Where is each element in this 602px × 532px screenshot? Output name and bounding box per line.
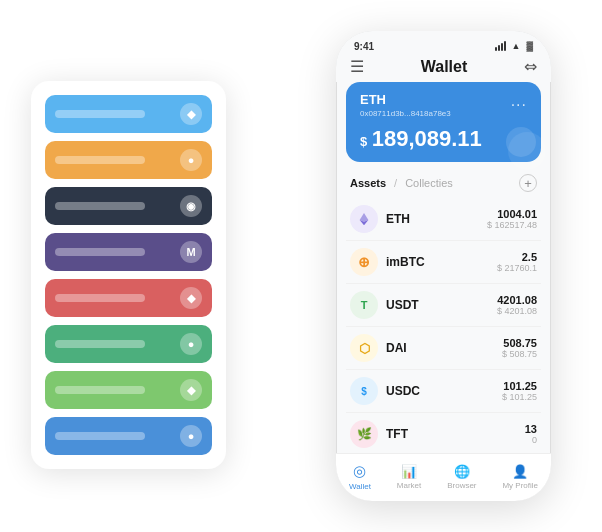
list-item[interactable]: ◆ (45, 371, 212, 409)
eth-icon (350, 205, 378, 233)
imbtc-usd: $ 21760.1 (497, 263, 537, 273)
card-label-bar (55, 432, 145, 440)
profile-nav-label: My Profile (502, 481, 538, 490)
scan-icon[interactable]: ⇔ (524, 57, 537, 76)
card-icon: ● (180, 333, 202, 355)
bottom-nav: ◎ Wallet 📊 Market 🌐 Browser 👤 My Profile (336, 453, 551, 501)
card-icon: M (180, 241, 202, 263)
status-icons: ▲ ▓ (495, 41, 533, 51)
list-item[interactable]: ● (45, 325, 212, 363)
asset-name-eth: ETH (386, 212, 487, 226)
asset-amounts-tft: 13 0 (525, 423, 537, 445)
tab-collecties[interactable]: Collecties (405, 177, 453, 189)
battery-icon: ▓ (526, 41, 533, 51)
hamburger-icon[interactable]: ☰ (350, 57, 364, 76)
list-item[interactable]: M (45, 233, 212, 271)
asset-name-imbtc: imBTC (386, 255, 497, 269)
card-stack: ◆ ● ◉ M ◆ ● ◆ ● (31, 81, 226, 469)
time-label: 9:41 (354, 41, 374, 52)
asset-item-usdt[interactable]: T USDT 4201.08 $ 4201.08 (346, 284, 541, 327)
asset-amounts-usdc: 101.25 $ 101.25 (502, 380, 537, 402)
balance-symbol: $ (360, 134, 367, 149)
status-bar: 9:41 ▲ ▓ (336, 31, 551, 53)
asset-name-dai: DAI (386, 341, 502, 355)
eth-address: 0x08711d3b...8418a78e3 (360, 109, 451, 118)
signal-icon (495, 41, 506, 51)
list-item[interactable]: ● (45, 141, 212, 179)
profile-nav-icon: 👤 (512, 464, 528, 479)
asset-name-tft: TFT (386, 427, 525, 441)
card-icon: ◆ (180, 287, 202, 309)
imbtc-amount: 2.5 (497, 251, 537, 263)
eth-usd: $ 162517.48 (487, 220, 537, 230)
card-label-bar (55, 294, 145, 302)
card-decoration-2 (508, 132, 546, 170)
nav-market[interactable]: 📊 Market (397, 464, 421, 490)
asset-item-tft[interactable]: 🌿 TFT 13 0 (346, 413, 541, 453)
usdc-amount: 101.25 (502, 380, 537, 392)
eth-amount: 1004.01 (487, 208, 537, 220)
card-label-bar (55, 248, 145, 256)
dai-amount: 508.75 (502, 337, 537, 349)
asset-amounts-imbtc: 2.5 $ 21760.1 (497, 251, 537, 273)
page-title: Wallet (421, 58, 468, 76)
asset-amounts-eth: 1004.01 $ 162517.48 (487, 208, 537, 230)
phone-frame: 9:41 ▲ ▓ ☰ Wallet ⇔ (336, 31, 551, 501)
eth-balance: $ 189,089.11 (360, 126, 527, 152)
market-nav-icon: 📊 (401, 464, 417, 479)
usdc-usd: $ 101.25 (502, 392, 537, 402)
card-label-bar (55, 202, 145, 210)
tft-usd: 0 (525, 435, 537, 445)
add-asset-button[interactable]: + (519, 174, 537, 192)
asset-item-imbtc[interactable]: ⊕ imBTC 2.5 $ 21760.1 (346, 241, 541, 284)
nav-wallet[interactable]: ◎ Wallet (349, 462, 371, 491)
wifi-icon: ▲ (512, 41, 521, 51)
dai-usd: $ 508.75 (502, 349, 537, 359)
nav-profile[interactable]: 👤 My Profile (502, 464, 538, 490)
card-icon: ● (180, 425, 202, 447)
wallet-nav-label: Wallet (349, 482, 371, 491)
asset-list: ETH 1004.01 $ 162517.48 ⊕ imBTC 2.5 $ 21… (336, 198, 551, 453)
assets-header: Assets / Collecties + (336, 170, 551, 198)
wallet-nav-icon: ◎ (353, 462, 366, 480)
asset-amounts-usdt: 4201.08 $ 4201.08 (497, 294, 537, 316)
phone-header: ☰ Wallet ⇔ (336, 53, 551, 82)
imbtc-icon: ⊕ (350, 248, 378, 276)
tab-assets[interactable]: Assets (350, 177, 386, 189)
usdc-icon: $ (350, 377, 378, 405)
list-item[interactable]: ◉ (45, 187, 212, 225)
svg-marker-0 (360, 213, 369, 222)
list-item[interactable]: ◆ (45, 279, 212, 317)
asset-name-usdt: USDT (386, 298, 497, 312)
nav-browser[interactable]: 🌐 Browser (447, 464, 476, 490)
card-icon: ◆ (180, 379, 202, 401)
card-label-bar (55, 386, 145, 394)
card-icon: ● (180, 149, 202, 171)
market-nav-label: Market (397, 481, 421, 490)
list-item[interactable]: ◆ (45, 95, 212, 133)
card-label-bar (55, 110, 145, 118)
eth-card-header: ETH 0x08711d3b...8418a78e3 ... (360, 92, 527, 118)
dai-icon: ⬡ (350, 334, 378, 362)
assets-tabs: Assets / Collecties (350, 177, 453, 189)
list-item[interactable]: ● (45, 417, 212, 455)
browser-nav-label: Browser (447, 481, 476, 490)
browser-nav-icon: 🌐 (454, 464, 470, 479)
usdt-usd: $ 4201.08 (497, 306, 537, 316)
asset-item-usdc[interactable]: $ USDC 101.25 $ 101.25 (346, 370, 541, 413)
tft-icon: 🌿 (350, 420, 378, 448)
scene: ◆ ● ◉ M ◆ ● ◆ ● (21, 21, 581, 511)
eth-wallet-card[interactable]: ETH 0x08711d3b...8418a78e3 ... $ 189,089… (346, 82, 541, 162)
tab-divider: / (394, 177, 397, 189)
card-icon: ◉ (180, 195, 202, 217)
asset-item-eth[interactable]: ETH 1004.01 $ 162517.48 (346, 198, 541, 241)
balance-amount: 189,089.11 (372, 126, 482, 151)
asset-item-dai[interactable]: ⬡ DAI 508.75 $ 508.75 (346, 327, 541, 370)
usdt-icon: T (350, 291, 378, 319)
eth-more-icon[interactable]: ... (511, 92, 527, 110)
usdt-amount: 4201.08 (497, 294, 537, 306)
eth-card-name: ETH (360, 92, 451, 107)
asset-name-usdc: USDC (386, 384, 502, 398)
card-label-bar (55, 340, 145, 348)
tft-amount: 13 (525, 423, 537, 435)
